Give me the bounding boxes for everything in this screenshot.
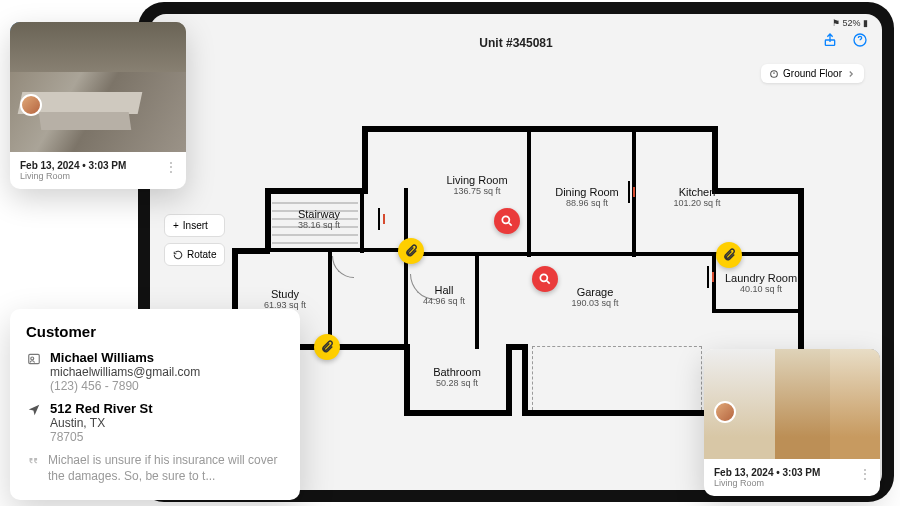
- room-bath: Bathroom50.28 sq ft: [412, 366, 502, 388]
- svg-point-4: [540, 274, 547, 281]
- svg-point-3: [502, 216, 509, 223]
- room-living: Living Room136.75 sq ft: [432, 174, 522, 196]
- share-icon[interactable]: [820, 30, 840, 50]
- photo-card-360[interactable]: 360 Feb 13, 2024 • 3:03 PM Living Room ⋮: [704, 349, 880, 496]
- door-marker: [378, 208, 388, 230]
- avatar: [20, 94, 42, 116]
- insert-button[interactable]: +Insert: [164, 214, 225, 237]
- rotate-button[interactable]: Rotate: [164, 243, 225, 266]
- room-laundry: Laundry Room40.10 sq ft: [716, 272, 806, 294]
- photo-date: Feb 13, 2024 • 3:03 PM: [20, 160, 176, 171]
- location-icon: [26, 403, 42, 417]
- customer-card[interactable]: Customer Michael Williams michaelwilliam…: [10, 309, 300, 500]
- pin-magnify-garage[interactable]: [532, 266, 558, 292]
- garage-door: [532, 346, 702, 410]
- top-bar: Unit #345081: [150, 30, 882, 56]
- photo-location: Living Room: [714, 478, 870, 488]
- room-garage: Garage190.03 sq ft: [550, 286, 640, 308]
- page-title: Unit #345081: [479, 36, 552, 50]
- contact-icon: [26, 352, 42, 366]
- quote-icon: [26, 454, 40, 468]
- door-marker: [707, 266, 717, 288]
- floor-selector[interactable]: Ground Floor: [761, 64, 864, 83]
- customer-phone: (123) 456 - 7890: [50, 379, 200, 393]
- status-bar: ⚑ 52% ▮: [832, 18, 868, 28]
- room-study: Study61.93 sq ft: [250, 288, 320, 310]
- more-icon[interactable]: ⋮: [165, 160, 178, 174]
- customer-note: Michael is unsure if his insurance will …: [48, 452, 284, 484]
- pin-attach-study[interactable]: [314, 334, 340, 360]
- customer-heading: Customer: [26, 323, 284, 340]
- customer-addr1: 512 Red River St: [50, 401, 153, 416]
- avatar: [714, 401, 736, 423]
- customer-email: michaelwilliams@gmail.com: [50, 365, 200, 379]
- pin-attach-hall[interactable]: [398, 238, 424, 264]
- pin-attach-laundry[interactable]: [716, 242, 742, 268]
- door-marker: [628, 181, 638, 203]
- more-icon[interactable]: ⋮: [859, 467, 872, 481]
- photo-location: Living Room: [20, 171, 176, 181]
- photo-card-damage[interactable]: Feb 13, 2024 • 3:03 PM Living Room ⋮: [10, 22, 186, 189]
- customer-zip: 78705: [50, 430, 153, 444]
- help-icon[interactable]: [850, 30, 870, 50]
- pin-magnify-living[interactable]: [494, 208, 520, 234]
- photo-date: Feb 13, 2024 • 3:03 PM: [714, 467, 870, 478]
- room-dining: Dining Room88.96 sq ft: [542, 186, 632, 208]
- rotate-icon: [173, 250, 183, 260]
- customer-addr2: Austin, TX: [50, 416, 153, 430]
- svg-point-7: [31, 357, 34, 360]
- customer-name: Michael Williams: [50, 350, 200, 365]
- floor-label: Ground Floor: [783, 68, 842, 79]
- chevron-right-icon: [846, 69, 856, 79]
